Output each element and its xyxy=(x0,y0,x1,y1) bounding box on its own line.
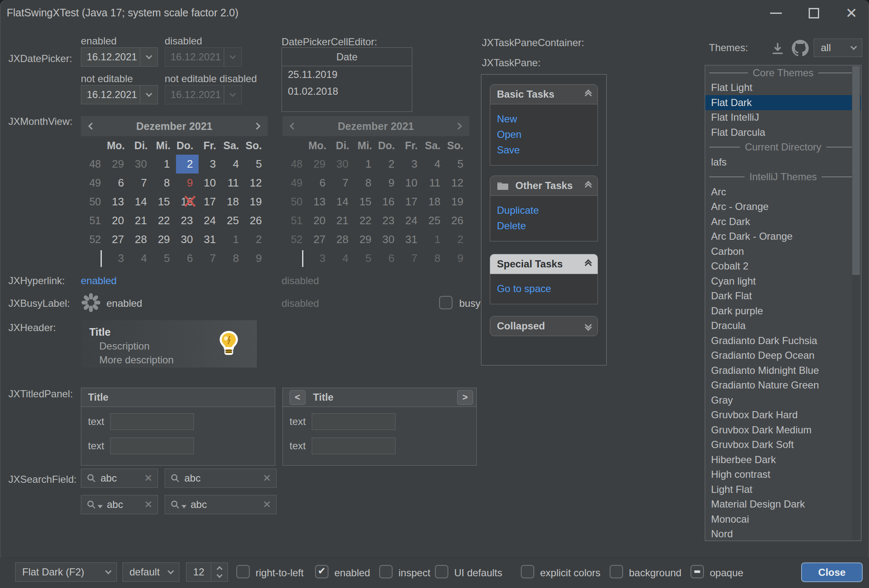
text-input[interactable] xyxy=(110,413,194,430)
search-field-with-menu[interactable]: abc✕ xyxy=(165,495,277,514)
theme-list-item[interactable]: Gradianto Nature Green xyxy=(705,378,861,393)
search-menu-arrow-icon[interactable] xyxy=(98,505,103,508)
download-icon[interactable] xyxy=(769,40,786,57)
theme-combobox[interactable]: Flat Dark (F2) xyxy=(15,562,117,582)
table-row[interactable]: 25.11.2019 xyxy=(282,66,412,83)
text-input[interactable] xyxy=(110,438,194,454)
theme-list-item[interactable]: Gradianto Midnight Blue xyxy=(705,363,861,378)
theme-list-item[interactable]: Flat Light xyxy=(705,80,861,96)
calendar-day[interactable]: 17 xyxy=(199,192,222,211)
collapse-icon[interactable] xyxy=(586,182,591,189)
clear-icon[interactable]: ✕ xyxy=(263,499,271,510)
search-input-value[interactable]: abc xyxy=(107,499,123,510)
taskpane-header[interactable]: Other Tasks xyxy=(490,176,598,196)
chevron-down-icon[interactable] xyxy=(140,48,158,66)
calendar-day[interactable]: 10 xyxy=(199,174,222,192)
hyperlink-enabled[interactable]: enabled xyxy=(81,275,116,287)
calendar-day[interactable]: 15 xyxy=(153,192,176,211)
calendar-day[interactable]: 3 xyxy=(107,249,130,268)
calendar-day[interactable]: 28 xyxy=(130,230,153,249)
taskpane-link[interactable]: Go to space xyxy=(497,281,597,296)
theme-list-item[interactable]: Gray xyxy=(705,393,861,408)
calendar-day[interactable]: 23 xyxy=(176,211,199,230)
calendar-day[interactable]: 24 xyxy=(199,211,222,230)
checkbox-opaque[interactable] xyxy=(691,565,704,578)
checkbox-enabled[interactable] xyxy=(315,565,328,578)
clear-icon[interactable]: ✕ xyxy=(263,472,271,484)
calendar-day[interactable]: 2 xyxy=(176,155,199,174)
calendar-day[interactable]: 9 xyxy=(176,174,199,192)
chevron-down-icon[interactable] xyxy=(140,85,158,104)
calendar-day[interactable]: 27 xyxy=(107,230,130,249)
calendar-day[interactable]: 6 xyxy=(107,174,130,192)
calendar-day[interactable]: 7 xyxy=(130,174,153,192)
theme-list-item[interactable]: Gradianto Dark Fuchsia xyxy=(705,333,861,348)
theme-list-item[interactable]: Cyan light xyxy=(705,274,861,289)
font-combobox[interactable]: default xyxy=(122,562,179,582)
next-button[interactable]: > xyxy=(457,390,473,405)
theme-list-item[interactable]: Flat IntelliJ xyxy=(705,110,861,125)
prev-month-icon[interactable] xyxy=(81,124,103,129)
calendar-day[interactable]: 6 xyxy=(176,249,199,268)
calendar-day[interactable]: 5 xyxy=(153,249,176,268)
theme-list-item[interactable]: Dracula xyxy=(705,319,861,334)
prev-button[interactable]: < xyxy=(290,390,305,405)
theme-list-item[interactable]: lafs xyxy=(705,155,861,170)
theme-list-item[interactable]: Arc Dark - Orange xyxy=(705,229,861,244)
calendar-day[interactable]: 2 xyxy=(245,230,268,249)
collapse-icon[interactable] xyxy=(586,260,591,268)
theme-list-item[interactable]: Arc Dark xyxy=(705,214,861,229)
calendar-day[interactable]: 25 xyxy=(222,211,245,230)
github-icon[interactable] xyxy=(791,39,810,57)
calendar-day[interactable]: 30 xyxy=(130,155,153,174)
busy-checkbox[interactable] xyxy=(439,296,453,309)
theme-list-item[interactable]: Flat Dark xyxy=(705,95,861,110)
theme-list-item[interactable]: Dark purple xyxy=(705,303,861,319)
scrollbar-thumb[interactable] xyxy=(852,66,860,275)
taskpane-link[interactable]: Open xyxy=(497,127,597,142)
calendar-day[interactable]: 12 xyxy=(245,174,268,192)
next-month-icon[interactable] xyxy=(246,124,268,129)
spinner-arrows-icon[interactable] xyxy=(211,563,228,581)
theme-list-item[interactable]: Material Design Dark xyxy=(705,497,861,512)
theme-list-item[interactable]: Hiberbee Dark xyxy=(705,452,861,467)
search-field[interactable]: abc✕ xyxy=(81,469,158,488)
checkbox-background[interactable] xyxy=(610,565,623,578)
theme-list-item[interactable]: High contrast xyxy=(705,467,861,482)
calendar-day[interactable]: 21 xyxy=(130,211,153,230)
scrollbar[interactable] xyxy=(852,66,860,540)
expand-icon[interactable] xyxy=(586,322,591,330)
checkbox-ui-defaults[interactable] xyxy=(435,565,448,578)
taskpane-header[interactable]: Basic Tasks xyxy=(490,84,598,104)
theme-list-item[interactable]: Monocai xyxy=(705,512,861,527)
theme-list-item[interactable]: Light Flat xyxy=(705,482,861,497)
search-input-value[interactable]: abc xyxy=(184,472,201,484)
checkbox-inspect[interactable] xyxy=(379,565,393,578)
theme-list-item[interactable]: Gruvbox Dark Soft xyxy=(705,438,861,453)
calendar-day[interactable]: 29 xyxy=(107,155,130,174)
calendar-day[interactable]: 9 xyxy=(245,249,268,268)
theme-list-item[interactable]: Arc - Orange xyxy=(705,199,861,215)
taskpane-header[interactable]: Collapsed xyxy=(490,316,598,336)
search-menu-arrow-icon[interactable] xyxy=(181,505,186,508)
font-size-spinner[interactable]: 12 xyxy=(186,562,228,582)
theme-filter-combobox[interactable]: all xyxy=(814,39,862,57)
close-button[interactable]: Close xyxy=(801,562,863,582)
calendar-day[interactable]: 31 xyxy=(199,230,222,249)
calendar-day[interactable]: 19 xyxy=(245,192,268,211)
clear-icon[interactable]: ✕ xyxy=(144,472,153,484)
calendar-day[interactable]: 8 xyxy=(153,174,176,192)
theme-list-item[interactable]: Arc xyxy=(705,184,861,199)
theme-list-item[interactable]: Dark Flat xyxy=(705,289,861,304)
calendar-day[interactable]: 3 xyxy=(199,155,222,174)
collapse-icon[interactable] xyxy=(586,91,591,98)
datepicker-value[interactable]: 16.12.2021 xyxy=(81,51,140,63)
search-field-with-menu[interactable]: abc✕ xyxy=(81,495,158,514)
theme-list-item[interactable]: Carbon xyxy=(705,244,861,259)
calendar-day[interactable]: 5 xyxy=(245,155,268,174)
checkbox-right-to-left[interactable] xyxy=(236,565,250,578)
close-icon[interactable]: ✕ xyxy=(842,5,861,21)
maximize-icon[interactable] xyxy=(804,5,823,21)
theme-list-item[interactable]: Gruvbox Dark Hard xyxy=(705,408,861,423)
theme-list-item[interactable]: Gradianto Deep Ocean xyxy=(705,348,861,363)
